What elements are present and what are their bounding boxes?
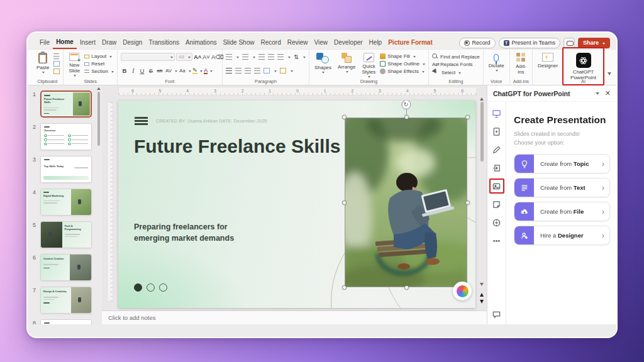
thumbnails-scrollbar[interactable] xyxy=(97,92,100,146)
pencil-icon[interactable] xyxy=(492,145,502,155)
slide-photo-image[interactable]: ↻ xyxy=(345,118,467,287)
arrange-button[interactable]: Arrange xyxy=(336,52,357,74)
menu-developer[interactable]: Developer xyxy=(331,38,366,48)
thumbnails-scroll-up[interactable] xyxy=(97,85,101,90)
feedback-chat-icon[interactable] xyxy=(492,309,502,319)
align-center-button[interactable] xyxy=(235,68,242,74)
note-icon[interactable] xyxy=(492,199,502,209)
layout-button[interactable]: Layout xyxy=(84,53,114,59)
resize-handle-nw[interactable] xyxy=(342,115,347,119)
section-button[interactable]: Section xyxy=(84,69,114,74)
cut-button[interactable] xyxy=(53,53,59,59)
menu-slideshow[interactable]: Slide Show xyxy=(219,38,257,48)
shape-fill-button[interactable]: Shape Fill xyxy=(380,53,425,59)
dictate-button[interactable]: Dictate xyxy=(487,52,506,72)
paste-button[interactable]: Paste xyxy=(35,52,51,74)
menu-insert[interactable]: Insert xyxy=(77,38,99,48)
find-replace-button[interactable]: Find and Replace xyxy=(432,53,480,60)
addins-button[interactable]: Add-ins xyxy=(513,52,529,75)
strikethrough-button[interactable]: S xyxy=(147,67,155,74)
collapse-ribbon-button[interactable] xyxy=(604,50,616,85)
resize-handle-n[interactable] xyxy=(404,115,409,119)
underline-button[interactable]: U xyxy=(138,67,146,74)
bullets-button[interactable] xyxy=(226,54,232,60)
create-from-topic-button[interactable]: Create from Topic › xyxy=(514,154,610,173)
thumbnail-slide-4[interactable]: 4 Digital Marketing xyxy=(33,189,92,216)
copy-button[interactable] xyxy=(53,61,60,67)
designer-button[interactable]: Designer xyxy=(536,52,560,69)
shapes-button[interactable]: Shapes xyxy=(313,52,333,74)
menu-picture-format[interactable]: Picture Format xyxy=(385,38,436,48)
resize-handle-sw[interactable] xyxy=(342,285,347,290)
scroll-up-arrow[interactable] xyxy=(480,96,484,101)
slide-canvas[interactable]: CREATED BY: Usama Arbkan DATE: December-… xyxy=(118,101,475,308)
more-icon[interactable] xyxy=(492,236,502,246)
hire-designer-button[interactable]: Hire a Designer › xyxy=(514,226,610,245)
bold-button[interactable]: B xyxy=(121,67,128,74)
menu-draw[interactable]: Draw xyxy=(99,38,119,48)
slide-created-by-text[interactable]: CREATED BY: Usama Arbkan DATE: December-… xyxy=(156,119,267,123)
add-document-icon[interactable] xyxy=(492,126,502,136)
menu-animations[interactable]: Animations xyxy=(182,38,219,48)
shadow-button[interactable]: ab xyxy=(156,68,164,74)
change-case-button[interactable]: Aa xyxy=(179,68,186,74)
columns-button[interactable] xyxy=(264,68,270,74)
export-icon[interactable] xyxy=(492,163,502,173)
select-button[interactable]: Select xyxy=(432,69,480,76)
share-button[interactable]: Share xyxy=(578,38,610,48)
scroll-down-arrow[interactable] xyxy=(480,283,484,288)
present-in-teams-button[interactable]: TPresent in Teams xyxy=(499,38,560,48)
copilot-button[interactable] xyxy=(453,282,472,300)
next-slide-button[interactable] xyxy=(480,300,484,305)
resize-handle-s[interactable] xyxy=(404,285,409,290)
record-button[interactable]: Record xyxy=(459,38,496,48)
settings-target-icon[interactable] xyxy=(492,217,502,228)
thumbnail-slide-6[interactable]: 6 Content Creation xyxy=(33,254,92,281)
menu-help[interactable]: Help xyxy=(366,38,386,48)
slide-subtitle-text[interactable]: Preparing freelancers for emerging marke… xyxy=(134,221,253,244)
panel-close-button[interactable]: ✕ xyxy=(605,89,611,97)
line-spacing-button[interactable] xyxy=(277,54,284,60)
shape-outline-button[interactable]: Shape Outline xyxy=(380,61,425,67)
char-spacing-button[interactable]: AV xyxy=(165,68,172,74)
thumbnail-slide-1[interactable]: 1 Future Freelance Skills xyxy=(33,90,92,118)
font-name-combo[interactable] xyxy=(121,53,175,61)
increase-indent-button[interactable] xyxy=(268,54,274,60)
shape-effects-button[interactable]: Shape Effects xyxy=(380,69,425,74)
chatgpt-powerpoint-button[interactable]: ChatGPTPowerPoint xyxy=(569,52,598,81)
reset-button[interactable]: Reset xyxy=(84,61,114,67)
quick-styles-button[interactable]: Quick Styles xyxy=(360,52,378,79)
comments-button[interactable] xyxy=(564,38,575,48)
format-painter-button[interactable] xyxy=(53,69,60,74)
thumbnail-slide-2[interactable]: 2 Overview xyxy=(33,123,92,150)
decrease-indent-button[interactable] xyxy=(258,54,265,60)
thumbnail-slide-7[interactable]: 7 Design & Creativity xyxy=(33,287,92,314)
thumbnail-slide-3[interactable]: 3 Top Skills Today xyxy=(33,156,92,183)
menu-home[interactable]: Home xyxy=(53,37,77,49)
rotate-handle[interactable]: ↻ xyxy=(401,101,411,109)
create-from-text-button[interactable]: Create from Text › xyxy=(514,178,610,197)
italic-button[interactable]: I xyxy=(130,68,137,74)
thumbnail-slide-8[interactable]: 8 Skill Demand Chart xyxy=(33,319,92,324)
font-size-combo[interactable]: 48 xyxy=(176,53,192,61)
resize-handle-ne[interactable] xyxy=(465,115,470,119)
new-slide-button[interactable]: New Slide xyxy=(67,52,82,77)
justify-button[interactable] xyxy=(254,68,260,74)
menu-file[interactable]: File xyxy=(36,38,53,48)
presentation-icon[interactable] xyxy=(492,108,502,118)
menu-record[interactable]: Record xyxy=(257,38,284,48)
align-right-button[interactable] xyxy=(245,68,251,74)
panel-collapse-button[interactable] xyxy=(596,92,599,97)
menu-design[interactable]: Design xyxy=(119,38,145,48)
numbering-button[interactable] xyxy=(242,54,248,60)
resize-handle-w[interactable] xyxy=(342,200,347,205)
smartart-button[interactable] xyxy=(280,68,286,74)
create-from-file-button[interactable]: Create from File › xyxy=(514,202,610,221)
grow-font-button[interactable]: A˄ xyxy=(194,53,201,60)
align-left-button[interactable] xyxy=(226,68,232,74)
text-direction-button[interactable]: ⇅ xyxy=(294,53,299,60)
menu-review[interactable]: Review xyxy=(284,38,311,48)
font-color-button[interactable]: A xyxy=(204,67,208,75)
previous-slide-button[interactable] xyxy=(480,291,484,297)
image-icon[interactable] xyxy=(492,181,502,191)
